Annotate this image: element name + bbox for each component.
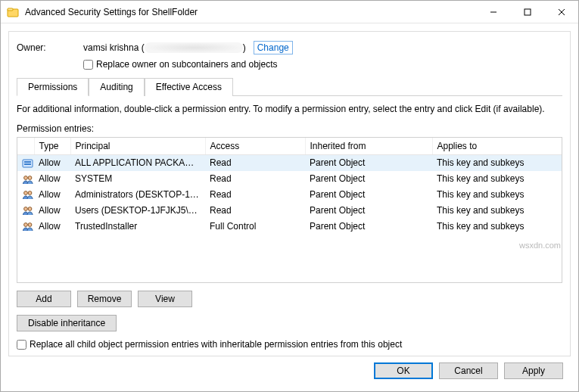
tab-permissions[interactable]: Permissions xyxy=(17,78,89,96)
table-row[interactable]: AllowUsers (DESKTOP-1JFJKJ5\Users)ReadPa… xyxy=(17,202,562,218)
table-header-row: Type Principal Access Inherited from App… xyxy=(17,138,562,155)
svg-rect-7 xyxy=(24,161,31,163)
cell-inherited: Parent Object xyxy=(305,218,432,234)
group-icon xyxy=(22,174,34,185)
svg-point-14 xyxy=(28,207,32,211)
package-icon xyxy=(22,158,34,169)
entries-label: Permission entries: xyxy=(17,123,562,134)
cell-applies: This key and subkeys xyxy=(432,218,562,234)
col-icon[interactable] xyxy=(17,138,34,155)
cell-principal: Administrators (DESKTOP-1JF... xyxy=(70,187,205,203)
cell-type: Allow xyxy=(34,218,70,234)
svg-point-10 xyxy=(28,176,32,179)
replace-owner-checkbox[interactable] xyxy=(83,60,93,70)
col-inherited[interactable]: Inherited from xyxy=(305,138,432,155)
footer: OK Cancel Apply xyxy=(8,356,571,387)
cell-inherited: Parent Object xyxy=(305,202,432,218)
minimize-button[interactable] xyxy=(476,1,510,23)
tab-effective-access[interactable]: Effective Access xyxy=(145,78,233,96)
close-button[interactable] xyxy=(544,1,578,23)
window: Advanced Security Settings for ShellFold… xyxy=(0,0,579,392)
col-applies[interactable]: Applies to xyxy=(432,138,562,155)
group-icon xyxy=(22,205,34,216)
replace-all-checkbox[interactable] xyxy=(17,340,26,350)
add-button[interactable]: Add xyxy=(17,291,71,307)
svg-point-13 xyxy=(24,207,28,211)
cell-applies: This key and subkeys xyxy=(432,155,562,171)
cell-access: Full Control xyxy=(205,218,305,234)
cell-principal: Users (DESKTOP-1JFJKJ5\Users) xyxy=(70,202,205,218)
cancel-button[interactable]: Cancel xyxy=(439,362,498,379)
group-icon xyxy=(22,189,34,200)
ok-button[interactable]: OK xyxy=(374,362,433,379)
replace-owner-label: Replace owner on subcontainers and objec… xyxy=(96,59,277,70)
cell-applies: This key and subkeys xyxy=(432,202,562,218)
owner-email-redacted xyxy=(145,42,243,53)
cell-inherited: Parent Object xyxy=(305,187,432,203)
cell-access: Read xyxy=(205,171,305,187)
cell-access: Read xyxy=(205,155,305,171)
entry-buttons: Add Remove View xyxy=(17,291,562,307)
svg-point-15 xyxy=(24,223,28,227)
view-button[interactable]: View xyxy=(138,291,192,307)
cell-type: Allow xyxy=(34,155,70,171)
window-title: Advanced Security Settings for ShellFold… xyxy=(25,7,476,17)
cell-type: Allow xyxy=(34,202,70,218)
svg-rect-8 xyxy=(24,163,31,165)
svg-point-16 xyxy=(28,223,32,227)
col-access[interactable]: Access xyxy=(205,138,305,155)
svg-rect-3 xyxy=(525,9,531,15)
titlebar: Advanced Security Settings for ShellFold… xyxy=(1,1,578,23)
table-row[interactable]: AllowAdministrators (DESKTOP-1JF...ReadP… xyxy=(17,187,562,203)
content: Owner: vamsi krishna () Change Replace o… xyxy=(1,23,578,391)
owner-row: Owner: vamsi krishna () Change xyxy=(17,41,562,54)
cell-type: Allow xyxy=(34,171,70,187)
cell-inherited: Parent Object xyxy=(305,171,432,187)
svg-point-11 xyxy=(24,191,28,195)
owner-label: Owner: xyxy=(17,42,83,53)
cell-access: Read xyxy=(205,187,305,203)
cell-type: Allow xyxy=(34,187,70,203)
replace-all-row: Replace all child object permission entr… xyxy=(17,339,562,350)
table-row[interactable]: AllowALL APPLICATION PACKAGESReadParent … xyxy=(17,155,562,171)
cell-inherited: Parent Object xyxy=(305,155,432,171)
inheritance-buttons: Disable inheritance xyxy=(17,315,562,331)
table-row[interactable]: AllowTrustedInstallerFull ControlParent … xyxy=(17,218,562,234)
cell-principal: SYSTEM xyxy=(70,171,205,187)
svg-point-12 xyxy=(28,191,32,195)
col-principal[interactable]: Principal xyxy=(70,138,205,155)
group-icon xyxy=(22,221,34,232)
svg-rect-1 xyxy=(8,8,13,11)
remove-button[interactable]: Remove xyxy=(77,291,132,307)
owner-name: vamsi krishna () xyxy=(83,42,246,54)
col-type[interactable]: Type xyxy=(34,138,70,155)
folder-icon xyxy=(7,6,19,18)
cell-applies: This key and subkeys xyxy=(432,187,562,203)
replace-all-label: Replace all child object permission entr… xyxy=(30,339,402,350)
cell-principal: TrustedInstaller xyxy=(70,218,205,234)
cell-access: Read xyxy=(205,202,305,218)
panel: Owner: vamsi krishna () Change Replace o… xyxy=(8,31,571,356)
permission-table: Type Principal Access Inherited from App… xyxy=(17,137,562,283)
change-owner-link[interactable]: Change xyxy=(254,41,293,54)
apply-button[interactable]: Apply xyxy=(504,362,563,379)
table-row[interactable]: AllowSYSTEMReadParent ObjectThis key and… xyxy=(17,171,562,187)
tab-auditing[interactable]: Auditing xyxy=(89,78,144,96)
cell-principal: ALL APPLICATION PACKAGES xyxy=(70,155,205,171)
info-text: For additional information, double-click… xyxy=(17,104,562,114)
tabs: Permissions Auditing Effective Access xyxy=(17,77,562,96)
disable-inheritance-button[interactable]: Disable inheritance xyxy=(17,315,117,331)
replace-owner-row: Replace owner on subcontainers and objec… xyxy=(83,59,562,70)
maximize-button[interactable] xyxy=(510,1,544,23)
svg-point-9 xyxy=(24,176,28,179)
cell-applies: This key and subkeys xyxy=(432,171,562,187)
